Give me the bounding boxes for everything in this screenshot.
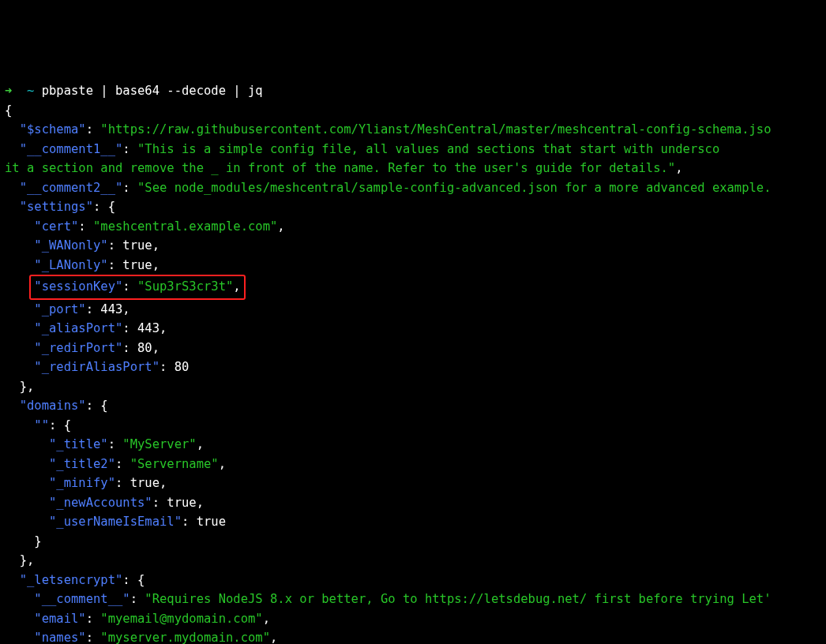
json-string: "myemail@mydomain.com"	[100, 612, 262, 626]
json-number: 80	[137, 341, 152, 355]
json-key: "$schema"	[20, 122, 86, 137]
json-string-sessionkey: "Sup3rS3cr3t"	[137, 279, 233, 294]
json-key: "cert"	[34, 219, 78, 234]
json-key: "_aliasPort"	[34, 321, 122, 335]
json-string: "https://raw.githubusercontent.com/Ylian…	[100, 122, 771, 137]
json-string: "meshcentral.example.com"	[93, 219, 277, 234]
json-bool: true	[197, 515, 226, 529]
command-line: pbpaste | base64 --decode | jq	[42, 84, 263, 98]
json-bool: true	[122, 258, 152, 272]
json-key: "_WANonly"	[34, 238, 107, 253]
json-key: "_title2"	[49, 457, 115, 471]
json-string: "See node_modules/meshcentral/sample-con…	[137, 181, 772, 195]
json-key-letsencrypt: "_letsencrypt"	[20, 573, 123, 587]
json-key: "_redirAliasPort"	[34, 360, 160, 374]
prompt-arrow-icon: ➜	[5, 84, 12, 98]
json-key-domains: "domains"	[20, 399, 86, 413]
prompt-cwd: ~	[27, 84, 34, 98]
json-key: "_minify"	[49, 476, 115, 490]
json-key: "email"	[34, 612, 85, 626]
json-key: "_port"	[34, 302, 85, 316]
json-string: "This is a simple config file, all value…	[137, 142, 719, 156]
json-key: "__comment__"	[34, 592, 130, 606]
json-key-sessionkey: "sessionKey"	[34, 279, 122, 294]
json-bool: true	[122, 238, 152, 253]
json-bool: true	[167, 496, 196, 510]
json-string: "Requires NodeJS 8.x or better, Go to ht…	[145, 592, 771, 606]
json-key: "_LANonly"	[34, 258, 107, 272]
json-key-settings: "settings"	[20, 200, 93, 214]
json-key: "_userNameIsEmail"	[49, 515, 182, 529]
json-key: "_newAccounts"	[49, 496, 152, 510]
json-key: "__comment1__"	[20, 142, 123, 156]
json-key: ""	[34, 418, 49, 432]
json-number: 443	[100, 302, 122, 316]
json-key: "_title"	[49, 437, 108, 451]
json-key: "__comment2__"	[20, 181, 123, 195]
json-string: "myserver.mydomain.com"	[100, 631, 270, 644]
json-key: "names"	[34, 631, 85, 644]
json-number: 80	[175, 360, 190, 374]
json-number: 443	[137, 321, 160, 335]
json-brace: {	[5, 103, 12, 118]
sessionkey-highlight-box: "sessionKey": "Sup3rS3cr3t",	[29, 275, 245, 300]
json-key: "_redirPort"	[34, 341, 122, 355]
json-bool: true	[130, 476, 160, 490]
json-string: "Servername"	[130, 457, 219, 471]
terminal-output: ➜ ~ pbpaste | base64 --decode | jq { "$s…	[0, 58, 826, 645]
json-string: "MyServer"	[122, 437, 196, 451]
json-string: it a section and remove the _ in front o…	[5, 161, 675, 175]
